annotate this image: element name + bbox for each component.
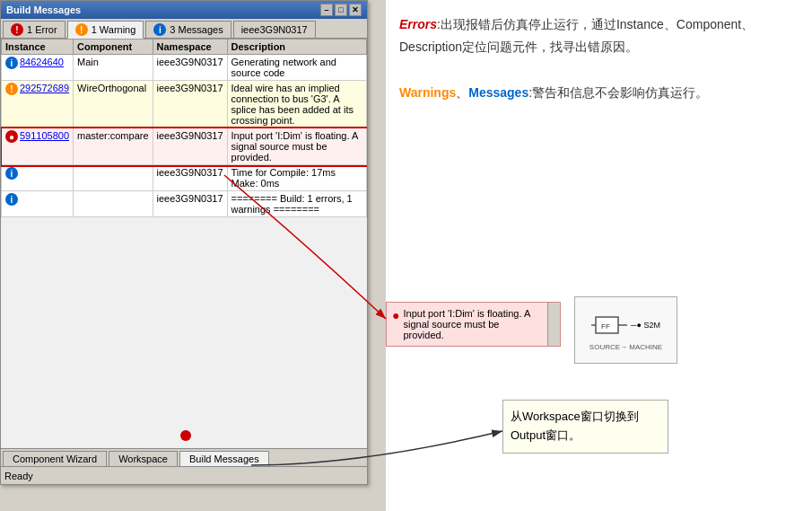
status-text: Ready: [4, 471, 33, 481]
table-row[interactable]: ! 292572689 WireOrthogonal ieee3G9N0317 …: [2, 81, 367, 128]
workspace-tooltip: 从Workspace窗口切换到Output窗口。: [502, 400, 668, 454]
error-detail-text: Input port 'I:Dim' is floating. A signal…: [403, 308, 540, 340]
row-error-icon: ●: [5, 130, 18, 143]
row-description: ======== Build: 1 errors, 1 warnings ===…: [227, 191, 366, 217]
warnings-body: :警告和信息不会影响仿真运行。: [528, 85, 708, 100]
col-header-component: Component: [74, 40, 153, 55]
build-messages-window: Build Messages – □ ✕ ! 1 Error ! 1 Warni…: [0, 0, 368, 485]
bottom-tab-component-wizard[interactable]: Component Wizard: [3, 451, 107, 466]
col-header-description: Description: [227, 40, 366, 55]
row-instance: i: [2, 191, 74, 217]
row-component: WireOrthogonal: [74, 81, 153, 128]
error-icon: !: [11, 23, 23, 36]
warning-icon: !: [75, 23, 88, 36]
explanation-text: Errors:出现报错后仿真停止运行，通过Instance、Component、…: [399, 13, 799, 104]
col-header-namespace: Namespace: [153, 40, 227, 55]
error-detail-box: ● Input port 'I:Dim' is floating. A sign…: [386, 302, 561, 347]
title-bar-buttons: – □ ✕: [320, 4, 362, 16]
bottom-tab-workspace[interactable]: Workspace: [109, 451, 178, 466]
tab-messages-label: 3 Messages: [170, 24, 223, 35]
row-instance: i: [2, 165, 74, 191]
error-dot-icon: ●: [392, 308, 399, 322]
scrollbar[interactable]: [547, 303, 560, 346]
row-message-icon: i: [5, 57, 18, 69]
circuit-diagram: FF ─● S2M: [591, 310, 660, 341]
errors-label: Errors: [399, 17, 437, 31]
tab-instance-label: ieee3G9N0317: [241, 24, 308, 35]
circuit-box: FF ─● S2M SOURCE→ MACHINE: [574, 296, 677, 364]
window-title-bar: Build Messages – □ ✕: [1, 1, 367, 19]
tab-warning[interactable]: ! 1 Warning: [67, 21, 144, 39]
maximize-button[interactable]: □: [335, 4, 347, 16]
col-header-instance: Instance: [2, 40, 74, 55]
message-table: Instance Component Namespace Description…: [1, 39, 367, 217]
error-detail-inner: ● Input port 'I:Dim' is floating. A sign…: [392, 308, 554, 340]
row-instance: ● 591105800: [2, 128, 74, 165]
message-table-container[interactable]: Instance Component Namespace Description…: [1, 39, 367, 450]
row-instance: i 84624640: [2, 55, 74, 81]
red-dot-indicator: [180, 430, 191, 441]
circuit-connections: ─● S2M: [631, 321, 660, 330]
tab-error-label: 1 Error: [27, 24, 57, 35]
row-description: Generating network and source code: [227, 55, 366, 81]
close-button[interactable]: ✕: [349, 4, 362, 16]
tab-instance[interactable]: ieee3G9N0317: [233, 21, 316, 38]
errors-body: :出现报错后仿真停止运行，通过Instance、Component、Descri…: [399, 17, 754, 54]
row-namespace: ieee3G9N0317: [153, 81, 227, 128]
tab-error[interactable]: ! 1 Error: [3, 21, 65, 38]
svg-text:FF: FF: [601, 322, 610, 330]
minimize-button[interactable]: –: [320, 4, 333, 16]
circuit-symbol: FF: [591, 310, 627, 341]
instance-link[interactable]: 591105800: [20, 130, 69, 141]
row-description: Ideal wire has an implied connection to …: [227, 81, 366, 128]
table-row[interactable]: i ieee3G9N0317 ======== Build: 1 errors,…: [2, 191, 367, 217]
table-row[interactable]: i ieee3G9N0317 Time for Compile: 17ms Ma…: [2, 165, 367, 191]
row-warning-icon: !: [5, 83, 18, 95]
sep1: 、: [456, 85, 468, 100]
tab-messages[interactable]: i 3 Messages: [145, 21, 231, 38]
row-description: Time for Compile: 17ms Make: 0ms: [227, 165, 366, 191]
s2m-label: ─● S2M: [631, 321, 660, 330]
workspace-tooltip-text: 从Workspace窗口切换到Output窗口。: [511, 410, 639, 442]
tab-bar: ! 1 Error ! 1 Warning i 3 Messages ieee3…: [1, 19, 367, 39]
bottom-tab-bar: Component Wizard Workspace Build Message…: [1, 448, 367, 466]
row-component: [74, 165, 153, 191]
table-row[interactable]: i 84624640 Main ieee3G9N0317 Generating …: [2, 55, 367, 81]
instance-link[interactable]: 84624640: [20, 57, 64, 67]
messages-label: Messages: [468, 85, 528, 100]
row-namespace: ieee3G9N0317: [153, 165, 227, 191]
bottom-tab-build-messages[interactable]: Build Messages: [179, 451, 269, 466]
row-component: [74, 191, 153, 217]
row-namespace: ieee3G9N0317: [153, 55, 227, 81]
instance-link[interactable]: 292572689: [20, 83, 69, 93]
row-message-icon: i: [5, 167, 18, 180]
tab-warning-label: 1 Warning: [92, 24, 136, 35]
row-namespace: ieee3G9N0317: [153, 191, 227, 217]
table-row-selected[interactable]: ● 591105800 master:compare ieee3G9N0317 …: [2, 128, 367, 165]
row-namespace: ieee3G9N0317: [153, 128, 227, 165]
window-title: Build Messages: [6, 4, 81, 15]
status-bar: Ready: [1, 466, 367, 484]
warnings-label: Warnings: [399, 85, 456, 100]
message-icon: i: [153, 23, 166, 36]
row-description: Input port 'I:Dim' is floating. A signal…: [227, 128, 366, 165]
row-message-icon: i: [5, 193, 18, 206]
circuit-label: SOURCE→ MACHINE: [589, 343, 662, 351]
row-component: Main: [74, 55, 153, 81]
row-instance: ! 292572689: [2, 81, 74, 128]
row-component: master:compare: [74, 128, 153, 165]
